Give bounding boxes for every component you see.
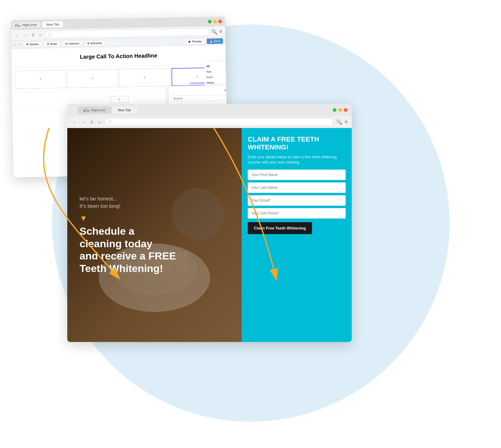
preview-icon: ▶ xyxy=(189,40,191,43)
front-refresh-button[interactable]: C xyxy=(89,119,95,125)
rows-button[interactable]: ☰ Rows xyxy=(44,41,60,47)
front-menu-icon[interactable]: ≡ xyxy=(345,119,347,125)
email-input[interactable] xyxy=(248,195,346,206)
elements-icon: ⊕ xyxy=(87,42,90,45)
close-button[interactable] xyxy=(218,20,222,23)
landing-main-title: Schedule a cleaning today and receive a … xyxy=(80,225,229,275)
columns-icon: ⊟ xyxy=(65,42,67,45)
browser-tabs: HighLevel New Tab xyxy=(78,106,327,114)
category-all[interactable]: All xyxy=(206,63,224,69)
back-window-controls xyxy=(208,20,222,24)
form-headline: CLAIM A FREE TEETH WHITENING! xyxy=(248,135,346,152)
back-tab-logo-label: HighLevel xyxy=(22,23,37,27)
front-maximize-button[interactable] xyxy=(333,108,336,112)
category-form[interactable]: Form xyxy=(206,74,224,80)
scene: HighLevel New Tab ← → C ⌂ 📄 🔍 ≡ xyxy=(0,0,501,448)
front-home-button[interactable]: ⌂ xyxy=(97,119,102,125)
editor-add-row[interactable]: + xyxy=(110,96,128,103)
section-icon: ⊞ xyxy=(26,43,29,46)
back-tab-label: New Tab xyxy=(46,22,59,26)
landing-page-icon: 📄 xyxy=(108,120,112,124)
editor-col-3[interactable]: + xyxy=(119,68,170,87)
undo-icon[interactable]: ↩ xyxy=(14,43,16,46)
columns-button[interactable]: ⊟ Columns xyxy=(62,41,82,46)
submit-button[interactable]: Claim Free Teeth Whitening xyxy=(248,222,312,234)
phone-input[interactable] xyxy=(248,208,346,218)
landing-titlebar: HighLevel New Tab xyxy=(67,104,352,116)
url-input[interactable]: 📄 xyxy=(44,28,210,38)
highlevel-logo xyxy=(15,23,20,27)
redo-icon[interactable]: ↪ xyxy=(19,43,21,46)
last-name-input[interactable] xyxy=(248,182,346,193)
save-button[interactable]: 💾 Save xyxy=(207,38,223,44)
front-close-button[interactable] xyxy=(344,108,347,112)
page-icon: 📄 xyxy=(47,32,52,36)
landing-address-bar: ← → C ⌂ 📄 🔍 ≡ xyxy=(67,116,352,128)
front-back-button[interactable]: ← xyxy=(72,119,78,125)
popup-header: × xyxy=(171,88,227,94)
rows-icon: ☰ xyxy=(47,42,49,46)
editor-col-1[interactable]: + xyxy=(15,70,66,89)
elements-search-input[interactable] xyxy=(171,95,227,101)
front-forward-button[interactable]: → xyxy=(80,119,87,125)
front-highlevel-logo xyxy=(84,108,89,112)
maximize-button[interactable] xyxy=(208,20,212,24)
home-button[interactable]: ⌂ xyxy=(38,32,43,38)
landing-left-panel: let's be honest... It's been too long! ▼… xyxy=(67,128,242,342)
editor-col-2[interactable]: + xyxy=(67,69,118,88)
popup-close-button[interactable]: × xyxy=(224,88,226,93)
landing-browser-window: HighLevel New Tab ← → C ⌂ 📄 🔍 ≡ xyxy=(67,104,352,342)
save-icon: 💾 xyxy=(210,40,213,43)
minimize-button[interactable] xyxy=(213,20,217,23)
tab-newtab[interactable]: New Tab xyxy=(112,106,137,114)
search-icon[interactable]: 🔍 xyxy=(211,29,217,35)
menu-icon[interactable]: ≡ xyxy=(219,29,222,34)
refresh-button[interactable]: C xyxy=(31,32,36,38)
tab-highlevel[interactable]: HighLevel xyxy=(78,106,112,114)
front-window-controls xyxy=(333,108,347,112)
section-button[interactable]: ⊞ Section xyxy=(24,41,42,47)
landing-page-content: let's be honest... It's been too long! ▼… xyxy=(67,128,352,342)
landing-arrow-indicator: ▼ xyxy=(80,214,229,223)
front-search-icon[interactable]: 🔍 xyxy=(336,119,342,125)
elements-button[interactable]: ⊕ Elements xyxy=(84,40,105,46)
landing-url-bar[interactable]: 📄 xyxy=(104,118,333,126)
landing-form-panel: CLAIM A FREE TEETH WHITENING! Enter your… xyxy=(242,128,352,342)
front-minimize-button[interactable] xyxy=(338,108,342,112)
back-nav-button[interactable]: ← xyxy=(14,32,20,38)
landing-subtitle: let's be honest... It's been too long! xyxy=(80,195,229,210)
forward-nav-button[interactable]: → xyxy=(22,32,29,38)
first-name-input[interactable] xyxy=(248,170,346,180)
preview-button[interactable]: ▶ Preview xyxy=(186,39,204,44)
category-text[interactable]: Text xyxy=(206,69,224,75)
form-subtext: Enter your details below to claim a free… xyxy=(248,155,346,165)
